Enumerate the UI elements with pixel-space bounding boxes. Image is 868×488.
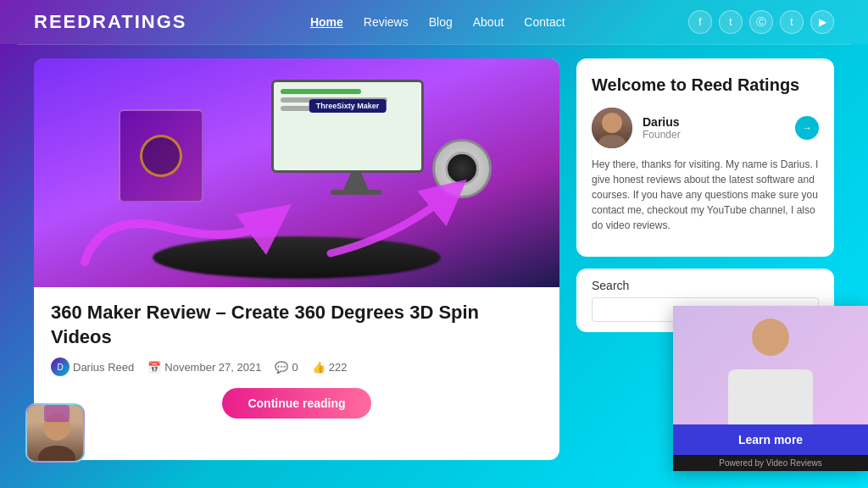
facebook-icon[interactable]: f [688, 10, 712, 34]
likes-meta: 👍 222 [312, 361, 348, 374]
sidebar-bio: Hey there, thanks for visiting. My name … [592, 157, 819, 233]
author-row: Darius Founder → [592, 108, 819, 148]
bottom-left-avatar [25, 403, 85, 463]
author-link-button[interactable]: → [795, 116, 819, 140]
author-avatar [592, 108, 632, 148]
author-name: Darius [643, 115, 785, 129]
tumblr-icon[interactable]: t [780, 10, 804, 34]
comment-icon: 💬 [275, 361, 288, 374]
svg-point-3 [38, 446, 75, 463]
main-nav: Home Reviews Blog About Contact [310, 15, 565, 29]
svg-point-0 [602, 113, 622, 133]
comments-meta: 💬 0 [275, 361, 298, 374]
twitter-icon[interactable]: t [719, 10, 743, 34]
welcome-title: Welcome to Reed Ratings [592, 74, 819, 96]
nav-contact[interactable]: Contact [524, 15, 565, 29]
author-info: Darius Founder [643, 115, 785, 141]
nav-reviews[interactable]: Reviews [364, 15, 409, 29]
calendar-icon: 📅 [147, 361, 161, 374]
monitor: ThreeSixty Maker [271, 80, 441, 198]
social-icons: f t Ⓒ t ▶ [688, 10, 834, 34]
nav-about[interactable]: About [473, 15, 504, 29]
header: ReedRatings Home Reviews Blog About Cont… [0, 0, 868, 44]
like-icon: 👍 [312, 361, 326, 374]
pinterest-icon[interactable]: Ⓒ [749, 10, 773, 34]
youtube-icon[interactable]: ▶ [810, 10, 834, 34]
date-meta: 📅 November 27, 2021 [147, 361, 261, 374]
article-title: 360 Maker Review – Create 360 Degrees 3D… [51, 301, 542, 349]
video-widget: Learn more Powered by Video Reviews [673, 306, 868, 471]
camera [432, 139, 500, 207]
author-avatar-small: D [51, 358, 70, 376]
search-label: Search [592, 279, 819, 292]
article-body: 360 Maker Review – Create 360 Degrees 3D… [34, 287, 559, 432]
platform [153, 236, 441, 279]
welcome-card: Welcome to Reed Ratings Darius Founder [576, 58, 834, 257]
author-role: Founder [643, 129, 785, 141]
article-card: ThreeSixty Maker [34, 58, 559, 460]
article-meta: D Darius Reed 📅 November 27, 2021 💬 0 👍 … [51, 358, 542, 376]
continue-reading-button[interactable]: Continue reading [222, 388, 370, 419]
powered-by: Powered by Video Reviews [673, 455, 868, 471]
product-box [119, 109, 220, 219]
nav-blog[interactable]: Blog [429, 15, 453, 29]
author-meta: D Darius Reed [51, 358, 134, 376]
video-thumbnail [673, 306, 868, 424]
learn-more-button[interactable]: Learn more [673, 424, 868, 455]
svg-rect-4 [44, 405, 70, 422]
logo: ReedRatings [34, 11, 187, 33]
nav-home[interactable]: Home [310, 15, 343, 29]
article-image: ThreeSixty Maker [34, 58, 559, 287]
svg-point-1 [598, 135, 626, 148]
